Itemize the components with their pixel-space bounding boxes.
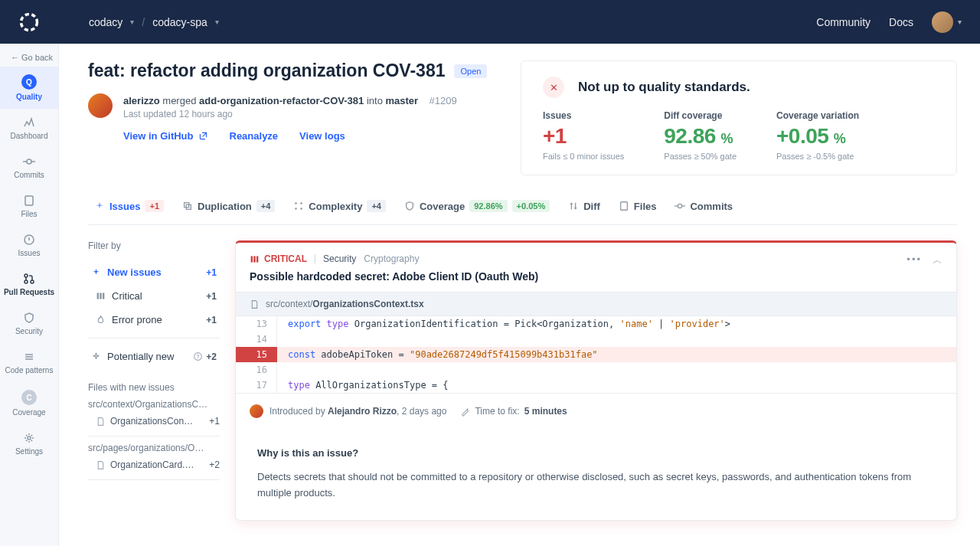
view-logs-link[interactable]: View logs [299, 130, 345, 142]
critical-icon [96, 291, 106, 301]
pull-request-icon [23, 273, 35, 285]
coverage-icon [404, 201, 415, 211]
sidebar-item-dashboard[interactable]: Dashboard [0, 109, 58, 148]
reanalyze-link[interactable]: Reanalyze [230, 130, 279, 142]
wand-icon [460, 407, 470, 417]
svg-rect-20 [620, 202, 627, 211]
sidebar-item-quality[interactable]: Q Quality [0, 67, 58, 109]
svg-point-21 [678, 204, 682, 208]
svg-point-9 [31, 280, 34, 283]
svg-point-17 [301, 202, 303, 204]
issue-meta: Introduced by Alejandro Rizzo, 2 days ag… [236, 393, 956, 429]
crumb-org[interactable]: codacy [89, 13, 122, 31]
gear-icon [23, 432, 35, 444]
community-link[interactable]: Community [816, 16, 871, 28]
dashboard-icon [23, 116, 35, 129]
svg-text:?: ? [197, 354, 200, 359]
code-line: 16 [236, 362, 956, 378]
file-group-path: src/pages/organizations/O… [88, 443, 220, 453]
sidebar-item-pull-requests[interactable]: Pull Requests [0, 265, 58, 304]
svg-point-0 [21, 14, 38, 30]
filter-header: Filter by [88, 240, 220, 251]
crumb-repo[interactable]: codacy-spa [152, 13, 207, 31]
tab-commits[interactable]: Commits [668, 198, 739, 215]
commits-icon [23, 155, 35, 168]
complexity-icon [293, 201, 304, 211]
go-back-link[interactable]: ← Go back [0, 48, 58, 67]
breadcrumb: codacy ▾ / codacy-spa ▾ [89, 13, 219, 31]
svg-rect-30 [253, 256, 255, 262]
issue-card: CRITICAL Security Cryptography Possible … [235, 240, 957, 521]
svg-point-18 [296, 208, 298, 210]
code-block: 13export type OrganizationIdentification… [236, 316, 956, 393]
file-row[interactable]: OrganizationCard.tsx+2 [88, 456, 220, 473]
tab-diff[interactable]: Diff [562, 198, 606, 215]
logo-icon [18, 11, 40, 33]
docs-link[interactable]: Docs [889, 16, 913, 28]
sidebar-item-coverage[interactable]: CCoverage [0, 382, 58, 424]
file-icon [250, 299, 260, 309]
file-row[interactable]: OrganizationsConte…+1 [88, 413, 220, 430]
file-icon [96, 460, 106, 470]
filter-potentially-new[interactable]: Potentially new ?+2 [88, 345, 220, 368]
svg-point-16 [296, 202, 298, 204]
svg-rect-31 [256, 256, 258, 262]
author-avatar [88, 93, 113, 118]
quality-metric: Diff coverage92.86 %Passes ≥ 50% gate [664, 110, 737, 161]
svg-rect-26 [103, 293, 104, 299]
view-github-link[interactable]: View in GitHub [123, 130, 208, 142]
chevron-down-icon[interactable]: ▾ [130, 18, 134, 26]
category-tag: Security [323, 253, 356, 264]
sidebar-item-files[interactable]: Files [0, 187, 58, 226]
file-group-path: src/context/OrganizationsC… [88, 399, 220, 410]
why-header: Why is this an issue? [257, 447, 935, 459]
quality-card: ✕ Not up to quality standards. Issues+1F… [521, 60, 957, 175]
svg-rect-25 [100, 293, 101, 299]
files-icon [619, 201, 629, 211]
filter-critical[interactable]: Critical +1 [88, 284, 220, 308]
pr-updated: Last updated 12 hours ago [123, 109, 457, 119]
sidebar-item-security[interactable]: Security [0, 304, 58, 343]
tab-complexity[interactable]: Complexity+4 [287, 197, 392, 215]
sidebar-item-code-patterns[interactable]: Code patterns [0, 343, 58, 382]
topbar-right: Community Docs ▾ [816, 11, 962, 33]
filter-error-prone[interactable]: Error prone +1 [88, 308, 220, 332]
main: feat: refactor adding organization COV-3… [59, 44, 980, 546]
severity-tag: CRITICAL [250, 253, 307, 264]
issues-icon [94, 201, 105, 211]
duplication-icon [182, 201, 193, 211]
quality-metric: Issues+1Fails ≤ 0 minor issues [543, 110, 624, 161]
issue-file-path: src/context/OrganizationsContext.tsx [236, 293, 956, 316]
chevron-up-icon[interactable]: ︿ [933, 253, 942, 267]
chevron-down-icon[interactable]: ▾ [958, 18, 962, 26]
code-line: 13export type OrganizationIdentification… [236, 316, 956, 332]
sidebar-item-settings[interactable]: Settings [0, 424, 58, 463]
filter-new-issues[interactable]: New issues +1 [88, 260, 220, 284]
sidebar-item-commits[interactable]: Commits [0, 148, 58, 187]
svg-rect-4 [25, 196, 33, 205]
issues-icon [23, 234, 35, 246]
quality-icon: Q [21, 74, 37, 90]
fail-icon: ✕ [543, 77, 564, 98]
tab-coverage[interactable]: Coverage92.86%+0.05% [398, 197, 556, 215]
svg-rect-29 [251, 256, 253, 262]
tab-duplication[interactable]: Duplication+4 [176, 197, 281, 215]
more-icon[interactable]: ••• [906, 253, 922, 267]
code-line: 15const adobeApiToken = "90ade2687249df5… [236, 347, 956, 362]
diff-icon [568, 201, 579, 211]
svg-point-7 [24, 274, 28, 277]
help-icon[interactable]: ? [193, 351, 203, 361]
tab-issues[interactable]: Issues+1 [88, 197, 170, 215]
sidebar-item-issues[interactable]: Issues [0, 226, 58, 265]
sidebar: ← Go back Q Quality Dashboard Commits Fi… [0, 44, 59, 546]
patterns-icon [23, 351, 35, 363]
critical-icon [250, 254, 260, 264]
file-icon [96, 417, 106, 427]
chevron-down-icon[interactable]: ▾ [215, 18, 219, 26]
avatar[interactable] [932, 11, 953, 33]
issue-title: Possible hardcoded secret: Adobe Client … [250, 270, 906, 283]
tab-files[interactable]: Files [612, 198, 663, 215]
shield-icon [23, 312, 35, 324]
why-body: Detects secrets that should not be commi… [257, 469, 935, 502]
svg-point-19 [301, 208, 303, 210]
